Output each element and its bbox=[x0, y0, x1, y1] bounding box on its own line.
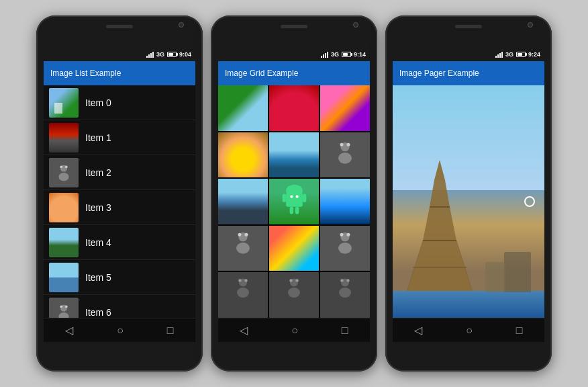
status-bar-list: 3G 9:04 bbox=[44, 48, 195, 61]
phone-pager: 3G 9:24 Image Pager Example bbox=[385, 15, 552, 372]
speaker-pager bbox=[455, 25, 482, 28]
grid-cell-10[interactable] bbox=[269, 226, 319, 271]
signal-bar-2 bbox=[148, 54, 150, 58]
signal-bar-g4 bbox=[327, 52, 328, 58]
svg-point-7 bbox=[65, 305, 68, 308]
recents-btn-grid[interactable]: □ bbox=[335, 320, 355, 341]
home-btn-pager[interactable]: ○ bbox=[459, 320, 479, 341]
phone-list: 3G 9:04 Image List Example Item 0 Item 1 bbox=[36, 15, 203, 372]
bottom-nav-list: ◁ ○ □ bbox=[44, 318, 195, 342]
pager-image bbox=[393, 85, 544, 318]
thumb-item-2 bbox=[49, 158, 79, 187]
app-bar-title-grid: Image Grid Example bbox=[225, 69, 298, 78]
svg-point-29 bbox=[338, 243, 352, 254]
svg-point-26 bbox=[238, 233, 242, 236]
signal-bar-p2 bbox=[497, 54, 499, 58]
pager-indicator bbox=[524, 196, 535, 207]
signal-bar-1 bbox=[146, 56, 148, 58]
svg-rect-19 bbox=[295, 207, 299, 214]
screen-pager: 3G 9:24 Image Pager Example bbox=[393, 48, 544, 342]
home-btn-list[interactable]: ○ bbox=[110, 320, 130, 341]
grid-cell-11[interactable] bbox=[320, 226, 370, 271]
status-bar-grid: 3G 9:14 bbox=[218, 48, 370, 61]
recents-btn-pager[interactable]: □ bbox=[509, 320, 530, 341]
grid-cell-14[interactable] bbox=[320, 272, 370, 318]
svg-marker-46 bbox=[430, 180, 450, 207]
svg-rect-16 bbox=[282, 194, 286, 202]
home-btn-grid[interactable]: ○ bbox=[285, 320, 305, 341]
signal-bar-4 bbox=[152, 52, 154, 58]
list-label-0: Item 0 bbox=[85, 97, 111, 108]
svg-point-35 bbox=[244, 280, 248, 283]
back-btn-list[interactable]: ◁ bbox=[58, 320, 80, 341]
bottom-bezel-pager bbox=[389, 342, 548, 372]
signal-bars-list bbox=[146, 51, 154, 58]
battery-list bbox=[167, 52, 177, 57]
grid-cell-9[interactable] bbox=[218, 226, 268, 271]
grid-cell-5[interactable] bbox=[320, 132, 370, 178]
grid-cell-3[interactable] bbox=[218, 132, 268, 178]
screen-list: 3G 9:04 Image List Example Item 0 Item 1 bbox=[44, 48, 195, 342]
bottom-nav-grid: ◁ ○ □ bbox=[218, 318, 370, 342]
list-label-5: Item 5 bbox=[85, 272, 111, 283]
svg-point-23 bbox=[295, 196, 298, 198]
list-label-6: Item 6 bbox=[85, 307, 111, 318]
camera-list bbox=[179, 22, 184, 28]
signal-bar-3 bbox=[150, 53, 152, 58]
back-btn-pager[interactable]: ◁ bbox=[407, 320, 429, 341]
svg-marker-45 bbox=[423, 207, 456, 241]
svg-point-13 bbox=[347, 142, 350, 146]
grid-cell-1[interactable] bbox=[269, 85, 319, 131]
bottom-bezel-grid bbox=[215, 342, 373, 372]
phones-container: 3G 9:04 Image List Example Item 0 Item 1 bbox=[30, 9, 558, 378]
svg-point-38 bbox=[289, 280, 293, 283]
list-item-4[interactable]: Item 4 bbox=[44, 225, 195, 260]
signal-bar-p1 bbox=[495, 56, 497, 58]
grid-cell-2[interactable] bbox=[320, 85, 370, 131]
list-item-0[interactable]: Item 0 bbox=[44, 85, 195, 120]
list-item-3[interactable]: Item 3 bbox=[44, 190, 195, 225]
grid-cell-0[interactable] bbox=[218, 85, 268, 131]
signal-bars-grid bbox=[321, 51, 328, 58]
grid-cell-7[interactable] bbox=[269, 179, 319, 224]
building-1 bbox=[504, 252, 531, 292]
grid-content[interactable] bbox=[218, 85, 370, 318]
svg-point-12 bbox=[340, 142, 344, 146]
svg-point-37 bbox=[288, 288, 300, 298]
grid-cell-4[interactable] bbox=[269, 132, 319, 178]
signal-type-list: 3G bbox=[156, 51, 164, 58]
camera-pager bbox=[528, 22, 533, 28]
signal-bar-p3 bbox=[499, 53, 501, 58]
app-bar-grid: Image Grid Example bbox=[218, 61, 370, 85]
svg-rect-15 bbox=[286, 194, 303, 208]
grid-cell-6[interactable] bbox=[218, 179, 268, 224]
time-list: 9:04 bbox=[179, 51, 191, 58]
signal-bar-g2 bbox=[323, 54, 324, 58]
list-content[interactable]: Item 0 Item 1 bbox=[44, 85, 195, 318]
app-bar-title-list: Image List Example bbox=[50, 69, 121, 78]
thumb-item-4 bbox=[49, 228, 79, 257]
eiffel-tower bbox=[399, 160, 480, 294]
svg-point-22 bbox=[290, 196, 293, 198]
svg-point-5 bbox=[59, 312, 69, 318]
grid-cell-13[interactable] bbox=[269, 272, 319, 318]
grid-cell-8[interactable] bbox=[320, 179, 370, 224]
list-item-6[interactable]: Item 6 bbox=[44, 295, 195, 318]
grid-cell-12[interactable] bbox=[218, 272, 268, 318]
svg-point-31 bbox=[347, 233, 350, 236]
top-bezel-list bbox=[40, 15, 199, 48]
signal-type-grid: 3G bbox=[331, 51, 339, 58]
list-item-2[interactable]: Item 2 bbox=[44, 155, 195, 190]
signal-type-pager: 3G bbox=[505, 51, 513, 58]
svg-point-27 bbox=[245, 233, 248, 236]
recents-btn-list[interactable]: □ bbox=[160, 320, 181, 341]
thumb-item-5 bbox=[49, 263, 79, 292]
pager-content[interactable] bbox=[393, 85, 544, 318]
list-item-1[interactable]: Item 1 bbox=[44, 120, 195, 155]
top-bezel-grid bbox=[215, 15, 373, 48]
status-bar-pager: 3G 9:24 bbox=[393, 48, 544, 61]
back-btn-grid[interactable]: ◁ bbox=[233, 320, 254, 341]
bottom-nav-pager: ◁ ○ □ bbox=[393, 318, 544, 342]
list-item-5[interactable]: Item 5 bbox=[44, 260, 195, 295]
svg-point-2 bbox=[60, 165, 62, 168]
